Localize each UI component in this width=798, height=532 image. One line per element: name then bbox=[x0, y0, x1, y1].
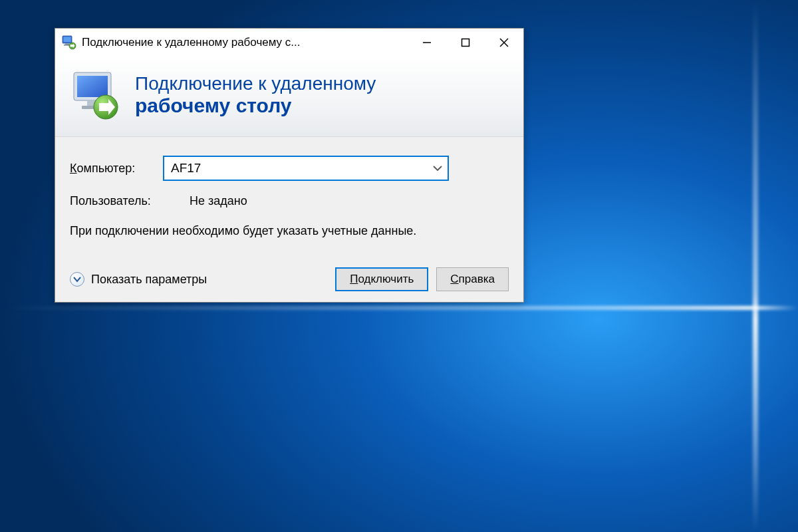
background-light-horizontal bbox=[0, 306, 798, 310]
svg-rect-2 bbox=[65, 43, 69, 45]
window-controls bbox=[408, 29, 523, 57]
user-label: Пользователь: bbox=[70, 194, 190, 208]
user-value: Не задано bbox=[190, 194, 247, 208]
svg-rect-10 bbox=[77, 76, 108, 97]
header-band: Подключение к удаленному рабочему столу bbox=[55, 57, 523, 137]
window-title: Подключение к удаленному рабочему с... bbox=[82, 36, 408, 49]
computer-row: Компьютер: bbox=[70, 156, 509, 181]
computer-combobox[interactable] bbox=[163, 156, 449, 181]
rdp-header-icon bbox=[70, 68, 123, 122]
show-options-label: Показать параметры bbox=[91, 273, 207, 287]
header-line2: рабочему столу bbox=[135, 94, 376, 118]
dialog-footer: Показать параметры Подключить Справка bbox=[70, 261, 509, 291]
connect-button[interactable]: Подключить bbox=[335, 267, 428, 291]
credentials-info: При подключении необходимо будет указать… bbox=[70, 223, 442, 239]
show-options-link[interactable]: Показать параметры bbox=[70, 272, 207, 287]
chevron-down-icon[interactable] bbox=[428, 157, 448, 180]
minimize-button[interactable] bbox=[408, 29, 446, 57]
computer-input[interactable] bbox=[163, 156, 449, 181]
app-icon bbox=[62, 35, 76, 50]
user-row: Пользователь: Не задано bbox=[70, 194, 509, 208]
dialog-body: Компьютер: Пользователь: Не задано При п… bbox=[55, 137, 523, 302]
header-text: Подключение к удаленному рабочему столу bbox=[135, 73, 376, 118]
close-button[interactable] bbox=[485, 29, 523, 57]
svg-rect-1 bbox=[64, 37, 71, 43]
background-light bbox=[753, 0, 758, 532]
titlebar[interactable]: Подключение к удаленному рабочему с... bbox=[55, 29, 523, 57]
computer-label: Компьютер: bbox=[70, 162, 163, 176]
svg-rect-6 bbox=[462, 39, 469, 47]
help-button[interactable]: Справка bbox=[436, 267, 509, 291]
maximize-button[interactable] bbox=[446, 29, 485, 57]
rdp-dialog: Подключение к удаленному рабочему с... bbox=[55, 28, 524, 303]
expand-down-icon bbox=[70, 272, 84, 287]
header-line1: Подключение к удаленному bbox=[135, 73, 376, 94]
